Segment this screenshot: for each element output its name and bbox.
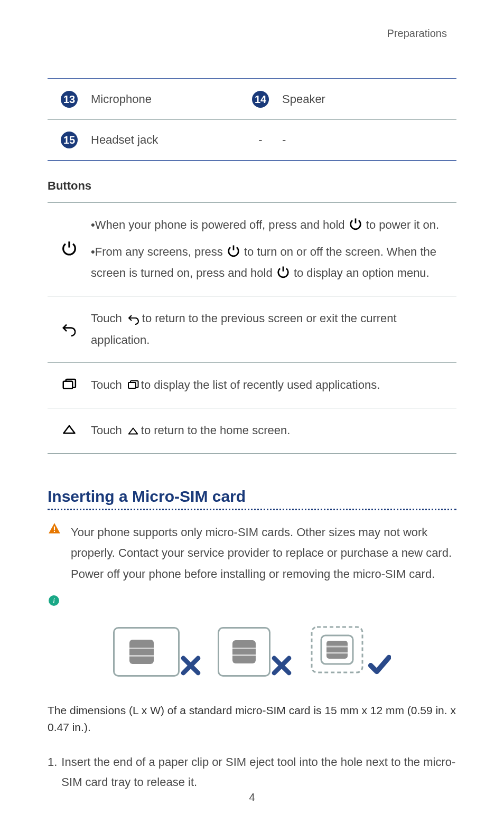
part-label: Microphone (91, 79, 239, 120)
title-underline (48, 509, 456, 510)
part-number-15: 15 (61, 132, 78, 148)
home-desc: Touch to return to the home screen. (91, 408, 456, 454)
home-icon (125, 425, 141, 437)
power-icon (226, 244, 241, 258)
home-icon (60, 422, 79, 437)
back-icon (59, 321, 79, 336)
part-label-blank: - (282, 120, 456, 161)
step-number: 1. (48, 752, 57, 793)
part-number-14: 14 (252, 91, 269, 108)
buttons-table: •When your phone is powered off, press a… (48, 202, 456, 454)
standard-sim-card (113, 627, 180, 677)
x-icon (180, 654, 202, 677)
power-icon (276, 265, 291, 279)
step-text: Insert the end of a paper clip or SIM ej… (61, 752, 456, 793)
info-icon (48, 594, 60, 607)
power-desc-2: •From any screens, press to turn on or o… (91, 241, 453, 284)
back-icon (125, 312, 142, 325)
parts-table: 13 Microphone 14 Speaker 15 Headset jack… (48, 78, 456, 161)
recent-desc: Touch to display the list of recently us… (91, 363, 456, 408)
part-label: Speaker (282, 79, 456, 120)
check-icon (367, 652, 391, 677)
micro-sim-card (309, 624, 367, 677)
part-label: Headset jack (91, 120, 239, 161)
power-icon (60, 239, 78, 257)
buttons-heading: Buttons (48, 179, 456, 193)
warning-icon (48, 522, 61, 536)
power-desc-1: •When your phone is powered off, press a… (91, 214, 453, 236)
page-number: 4 (0, 791, 504, 803)
step-1: 1. Insert the end of a paper clip or SIM… (48, 752, 456, 793)
back-desc: Touch to return to the previous screen o… (91, 296, 456, 363)
part-number-blank: - (239, 120, 282, 161)
warning-text: Your phone supports only micro-SIM cards… (71, 522, 456, 585)
recent-apps-icon (125, 379, 141, 391)
x-icon (270, 654, 293, 677)
sim-size-diagram (48, 624, 456, 677)
page-header: Preparations (387, 27, 447, 40)
warning-note: Your phone supports only micro-SIM cards… (48, 522, 456, 585)
mini-sim-card (218, 627, 270, 677)
info-note (48, 594, 456, 609)
power-icon (348, 217, 363, 231)
recent-apps-icon (60, 377, 79, 392)
svg-rect-7 (326, 641, 348, 659)
section-title: Inserting a Micro-SIM card (48, 488, 456, 506)
dimensions-text: The dimensions (L x W) of a standard mic… (48, 702, 456, 736)
part-number-13: 13 (61, 91, 78, 108)
